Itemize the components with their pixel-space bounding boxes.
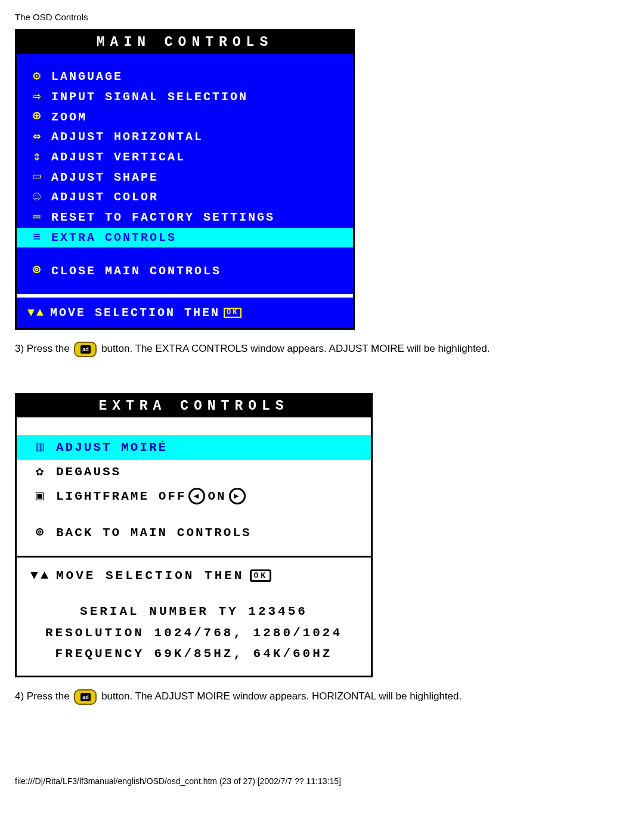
main-controls-body: ⚙ Language ⇨ Input Signal Selection ⊕ Zo… bbox=[17, 54, 353, 328]
menu-item-lightframe[interactable]: ▣ Lightframe Off ◀ On ▶ bbox=[17, 484, 371, 509]
menu-item-label: Adjust Shape bbox=[51, 169, 159, 185]
step-4-suffix: button. The ADJUST MOIRE window appears.… bbox=[101, 690, 462, 702]
extra-controls-hint: ▼▲ Move Selection Then OK bbox=[17, 558, 371, 589]
menu-item-label: Language bbox=[51, 69, 123, 85]
resolution-value: 1024/768, 1280/1024 bbox=[154, 626, 342, 640]
menu-item-back[interactable]: ⊚ Back To Main Controls bbox=[17, 521, 371, 545]
menu-item-label: Zoom bbox=[51, 109, 87, 125]
ok-button-icon: ad bbox=[74, 342, 97, 357]
menu-item-close[interactable]: ⊚ Close Main Controls bbox=[17, 261, 353, 281]
hint-label: Move Selection Then bbox=[50, 306, 220, 320]
zoom-icon: ⊕ bbox=[24, 108, 51, 126]
menu-item-adjust-color[interactable]: ☺ Adjust Color bbox=[17, 187, 353, 208]
lightframe-off: Off bbox=[159, 487, 187, 506]
menu-item-reset-factory[interactable]: ⎓ Reset To Factory Settings bbox=[17, 208, 353, 228]
ok-button-label: ad bbox=[80, 693, 91, 702]
arrow-right-icon[interactable]: ▶ bbox=[229, 488, 246, 504]
serial-label: Serial Number TY bbox=[80, 605, 239, 618]
menu-item-label: Adjust Moiré bbox=[56, 438, 168, 457]
ok-button-label: ad bbox=[80, 345, 91, 354]
step-3-text: 3) Press the ad button. The EXTRA CONTRO… bbox=[15, 342, 629, 357]
lightframe-on: On bbox=[208, 487, 226, 506]
menu-item-label: Extra Controls bbox=[51, 230, 177, 246]
vertical-icon: ⇕ bbox=[24, 148, 51, 166]
extra-controls-body: ▥ Adjust Moiré ✿ Degauss ▣ Lightframe Of… bbox=[17, 417, 371, 676]
arrow-left-icon[interactable]: ◀ bbox=[188, 488, 205, 504]
menu-item-language[interactable]: ⚙ Language bbox=[17, 67, 353, 87]
language-icon: ⚙ bbox=[24, 68, 51, 86]
footer-path: file:///D|/Rita/LF3/lf3manual/english/OS… bbox=[15, 776, 629, 786]
back-icon: ⊚ bbox=[25, 523, 56, 543]
serial-value: 123456 bbox=[248, 605, 308, 618]
menu-item-adjust-shape[interactable]: ▭ Adjust Shape bbox=[17, 167, 353, 187]
extra-controls-panel: Extra Controls ▥ Adjust Moiré ✿ Degauss … bbox=[15, 393, 373, 677]
step-3-prefix: 3) Press the bbox=[15, 343, 70, 354]
ok-button-icon: ad bbox=[74, 689, 97, 705]
device-info: Serial Number TY 123456 Resolution 1024/… bbox=[17, 589, 371, 676]
close-icon: ⊚ bbox=[24, 262, 51, 280]
color-icon: ☺ bbox=[24, 188, 51, 206]
step-4-text: 4) Press the ad button. The ADJUST MOIRE… bbox=[15, 689, 629, 705]
main-controls-title: Main Controls bbox=[17, 31, 353, 54]
updown-icon: ▼▲ bbox=[25, 568, 56, 583]
main-controls-hint: ▼▲ Move Selection Then OK bbox=[17, 294, 353, 328]
frequency-value: 69K/85Hz, 64K/60Hz bbox=[154, 647, 333, 661]
menu-item-label: Adjust Horizontal bbox=[51, 129, 203, 145]
menu-item-extra-controls[interactable]: ≡ Extra Controls bbox=[17, 228, 353, 248]
menu-item-label: Adjust Color bbox=[51, 189, 159, 205]
menu-item-zoom[interactable]: ⊕ Zoom bbox=[17, 107, 353, 127]
menu-item-degauss[interactable]: ✿ Degauss bbox=[17, 460, 371, 484]
frequency-label: Frequency bbox=[55, 647, 144, 661]
factory-icon: ⎓ bbox=[24, 209, 51, 227]
menu-item-label: Back To Main Controls bbox=[56, 524, 252, 543]
moire-icon: ▥ bbox=[25, 438, 56, 457]
menu-item-label: Input Signal Selection bbox=[51, 89, 248, 105]
lightframe-icon: ▣ bbox=[25, 487, 56, 506]
resolution-label: Resolution bbox=[45, 626, 144, 640]
hint-label: Move Selection Then bbox=[56, 569, 244, 583]
extra-icon: ≡ bbox=[24, 229, 51, 247]
input-icon: ⇨ bbox=[24, 88, 51, 106]
menu-item-label: Adjust Vertical bbox=[51, 149, 185, 165]
menu-item-adjust-vertical[interactable]: ⇕ Adjust Vertical bbox=[17, 147, 353, 168]
updown-icon: ▼▲ bbox=[23, 306, 50, 320]
menu-item-label: Degauss bbox=[56, 463, 121, 482]
menu-item-adjust-moire[interactable]: ▥ Adjust Moiré bbox=[17, 435, 371, 460]
lightframe-label: Lightframe bbox=[56, 487, 149, 506]
ok-icon: OK bbox=[224, 308, 242, 318]
page-header: The OSD Controls bbox=[15, 12, 629, 22]
degauss-icon: ✿ bbox=[25, 462, 56, 482]
menu-item-label: Reset To Factory Settings bbox=[51, 209, 275, 225]
horizontal-icon: ⇔ bbox=[24, 128, 51, 146]
menu-item-input-signal[interactable]: ⇨ Input Signal Selection bbox=[17, 87, 353, 107]
menu-item-label: Close Main Controls bbox=[51, 263, 221, 279]
extra-controls-title: Extra Controls bbox=[17, 395, 371, 417]
shape-icon: ▭ bbox=[24, 168, 51, 186]
step-4-prefix: 4) Press the bbox=[15, 690, 70, 702]
main-controls-panel: Main Controls ⚙ Language ⇨ Input Signal … bbox=[15, 29, 355, 330]
menu-item-adjust-horizontal[interactable]: ⇔ Adjust Horizontal bbox=[17, 127, 353, 147]
step-3-suffix: button. The EXTRA CONTROLS window appear… bbox=[101, 343, 490, 354]
ok-icon: OK bbox=[250, 569, 271, 583]
